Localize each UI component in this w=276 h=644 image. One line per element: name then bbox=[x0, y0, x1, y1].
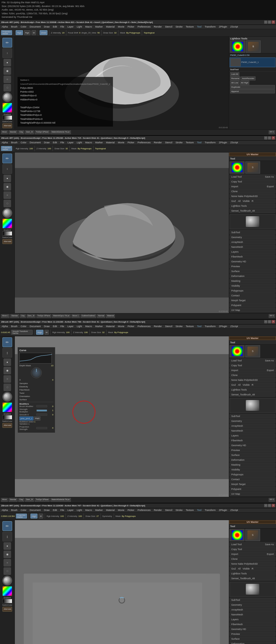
p4-gradient-bar[interactable] bbox=[2, 599, 12, 603]
p3-clay-btn[interactable]: Clay bbox=[18, 498, 24, 502]
p4-menu-draw[interactable]: Draw bbox=[43, 509, 50, 511]
brush-item-elasticity[interactable]: Elasticity bbox=[19, 385, 53, 388]
p3-color-swatch[interactable] bbox=[2, 402, 12, 412]
p3-visibility[interactable]: Visibility bbox=[230, 467, 275, 472]
p2-menu-draw[interactable]: Draw bbox=[43, 141, 50, 144]
p4-minimize-btn[interactable]: ─ bbox=[264, 504, 267, 507]
p3-subtool[interactable]: SubTool bbox=[230, 414, 275, 418]
p3-gradient-bar[interactable] bbox=[2, 415, 12, 419]
p3-masking[interactable]: Masking bbox=[230, 463, 275, 467]
p2-maximize-btn[interactable]: □ bbox=[268, 136, 271, 140]
p3-polygroups[interactable]: Polygroups bbox=[230, 472, 275, 477]
standar-btn[interactable]: Standar bbox=[9, 130, 18, 134]
p4-menu-zscript[interactable]: ZScript bbox=[230, 509, 239, 511]
p4-menu-document[interactable]: Document bbox=[29, 509, 41, 511]
autoreorder-btn[interactable]: AutoReorder bbox=[241, 76, 255, 80]
p4-copy-tool[interactable]: Copy Tool bbox=[230, 547, 275, 551]
p3-close-btn[interactable]: ✕ bbox=[272, 320, 275, 323]
curve-display[interactable] bbox=[19, 353, 52, 364]
p2-menu-document[interactable]: Document bbox=[29, 141, 41, 144]
p3-menu-movie[interactable]: Movie bbox=[117, 325, 125, 328]
p4-menu-zplugin[interactable]: ZPlugin bbox=[218, 509, 228, 511]
p4-menu-alpha[interactable]: Alpha bbox=[1, 509, 8, 511]
p4-brush-2[interactable]: ◉ bbox=[4, 551, 11, 558]
p2-dam-btn[interactable]: Dam_St bbox=[27, 314, 36, 318]
p4-menu-render[interactable]: Render bbox=[153, 509, 163, 511]
p2-menu-edit[interactable]: Edit bbox=[52, 141, 58, 144]
p4-subtool[interactable]: SubTool bbox=[230, 598, 275, 602]
p2-draw-icon[interactable]: ✏ bbox=[2, 154, 12, 163]
p3-import[interactable]: Import Export bbox=[230, 368, 275, 372]
p2-tredyn-btn[interactable]: TreDyn SPlane bbox=[36, 314, 51, 318]
p2-load-tool[interactable]: Load Tool Save As bbox=[230, 175, 275, 179]
p2-rf-btn[interactable]: RF 0 bbox=[269, 314, 275, 318]
p3-clone[interactable]: Clone bbox=[230, 373, 275, 377]
append-btn[interactable]: Append bbox=[230, 89, 275, 93]
p2-menu-stroke[interactable]: Stroke bbox=[175, 141, 183, 144]
p3-standar-btn[interactable]: Standar bbox=[9, 498, 18, 502]
p4-high-btn[interactable]: High bbox=[30, 514, 37, 518]
p2-alternate-btn[interactable]: Alternate bbox=[2, 239, 12, 244]
tool-thumb-colorpicker[interactable] bbox=[230, 40, 245, 53]
p4-nanomesh[interactable]: NanoMesh bbox=[230, 612, 275, 617]
p4-geometry[interactable]: Geometry bbox=[230, 603, 275, 607]
p2-menu-transform[interactable]: Transform bbox=[204, 141, 216, 144]
p2-material-ball[interactable] bbox=[2, 208, 12, 218]
move-tool-icon[interactable]: ↕ bbox=[2, 48, 12, 58]
p4-menu-edit[interactable]: Edit bbox=[52, 509, 58, 511]
p3-smooth-btn[interactable]: Smooth Transform NartNo bbox=[11, 330, 33, 335]
p4-m-btn[interactable]: M bbox=[39, 514, 43, 518]
p4-brush-1[interactable]: ● bbox=[4, 542, 11, 550]
p4-menu-preferences[interactable]: Preferences bbox=[137, 509, 151, 511]
menu-tool[interactable]: Tool bbox=[196, 25, 202, 28]
smooth-track[interactable] bbox=[36, 413, 47, 416]
p4-lightbox-tools[interactable]: Lightbox Tools bbox=[230, 571, 275, 576]
p2-menu-brush[interactable]: Brush bbox=[11, 141, 18, 144]
p2-menu-zscript[interactable]: ZScript bbox=[230, 141, 239, 144]
p3-menu-macro[interactable]: Macro bbox=[85, 325, 92, 328]
p3-uv-map[interactable]: UV Map bbox=[230, 492, 275, 496]
p2-material-btn[interactable]: MateriAOpcu TriLar bbox=[52, 314, 71, 318]
p4-draw-icon[interactable]: ✏ bbox=[2, 521, 12, 531]
rename-btn[interactable]: Rename bbox=[230, 76, 240, 80]
menu-macro[interactable]: Macro bbox=[85, 25, 92, 28]
depth-mask-dial[interactable] bbox=[31, 367, 42, 378]
p4-sensei[interactable]: Sensei_ToolBrush_48 bbox=[230, 576, 275, 581]
p2-outline-btn[interactable]: Outline/Outline2 bbox=[81, 314, 96, 318]
menu-picker[interactable]: Picker bbox=[127, 25, 135, 28]
proj-strength-track[interactable] bbox=[36, 427, 47, 429]
p4-tool-thumb-2[interactable]: S bbox=[245, 529, 260, 541]
rf0-btn[interactable]: RF 0 bbox=[269, 130, 275, 134]
p3-load-tool[interactable]: Load Tool Save As bbox=[230, 358, 275, 363]
p4-maximize-btn[interactable]: □ bbox=[268, 504, 271, 507]
menu-marker[interactable]: Marker bbox=[95, 25, 103, 28]
panel3-canvas[interactable]: Curve Depth Mask 13 0 bbox=[15, 336, 229, 497]
p2-goz[interactable]: GoZ All Visible R bbox=[230, 199, 275, 203]
p4-menu-material[interactable]: Material bbox=[105, 509, 115, 511]
maximize-btn[interactable]: □ bbox=[268, 21, 271, 24]
p2-contact[interactable]: Contact bbox=[230, 293, 275, 298]
p2-arraymesh[interactable]: ArrayMesh bbox=[230, 240, 275, 244]
p3-menu-render[interactable]: Render bbox=[153, 325, 163, 328]
p4-menu-picker[interactable]: Picker bbox=[127, 509, 135, 511]
p4-surface[interactable]: Surface bbox=[230, 637, 275, 641]
all-low-btn[interactable]: All Low bbox=[230, 81, 239, 85]
brush-icon-3[interactable]: ○ bbox=[4, 76, 11, 83]
p3-alternate-btn[interactable]: Alternate bbox=[2, 423, 12, 428]
menu-zplugin[interactable]: ZPlugin bbox=[218, 25, 228, 28]
p4-menu-brush[interactable]: Brush bbox=[11, 509, 18, 511]
p2-standar-btn[interactable]: Standar bbox=[10, 314, 19, 318]
p4-goz[interactable]: GoZ All Visible R bbox=[230, 567, 275, 571]
menu-zscript[interactable]: ZScript bbox=[230, 25, 239, 28]
p2-move-icon[interactable]: ↕ bbox=[2, 164, 12, 174]
high-btn[interactable]: High bbox=[16, 30, 23, 35]
p2-menu-movie[interactable]: Movie bbox=[117, 141, 125, 144]
tool-thumb-sculpt[interactable]: S bbox=[246, 40, 261, 53]
p2-preview[interactable]: Preview bbox=[230, 264, 275, 269]
p2-copy-tool[interactable]: Copy Tool bbox=[230, 179, 275, 184]
m-btn[interactable]: M bbox=[32, 30, 36, 35]
alternate-btn[interactable]: Alternate bbox=[2, 123, 12, 128]
menu-texture[interactable]: Texture bbox=[185, 25, 194, 28]
all-high-btn[interactable]: All High bbox=[240, 81, 250, 85]
p2-layers[interactable]: Layers bbox=[230, 250, 275, 254]
